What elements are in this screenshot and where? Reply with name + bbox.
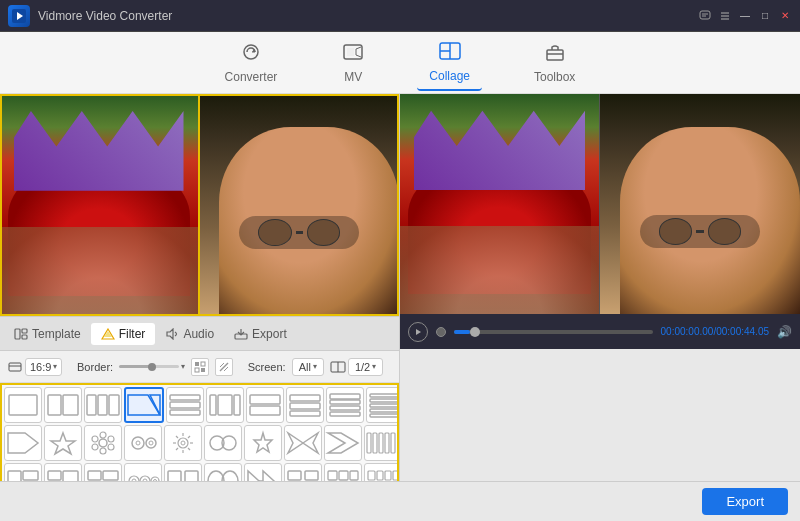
filter-grid-tr[interactable] [44,463,82,483]
border-diagonal-btn[interactable] [215,358,233,376]
svg-rect-131 [48,471,61,480]
svg-line-95 [176,436,178,438]
svg-marker-102 [288,433,303,453]
filter-single[interactable] [4,387,42,423]
filter-diagonal[interactable] [124,387,164,423]
svg-rect-42 [98,395,107,415]
filter-shape-grid [0,383,399,483]
filter-flower[interactable] [84,425,122,461]
toolbox-icon [543,42,567,67]
fraction-selector[interactable]: 1/2 ▾ [348,358,383,376]
app-title: Vidmore Video Converter [38,9,698,23]
border-pattern-btn[interactable] [191,358,209,376]
right-play-button[interactable] [408,322,428,342]
svg-rect-30 [201,362,205,366]
chat-icon[interactable] [698,9,712,23]
tab-audio-btn[interactable]: Audio [155,323,224,345]
filter-grid-4a[interactable] [284,463,322,483]
maximize-icon[interactable]: □ [758,9,772,23]
filter-h-three[interactable] [286,387,324,423]
svg-rect-54 [290,395,320,401]
menu-icon[interactable] [718,9,732,23]
screen-selector[interactable]: All ▾ [292,358,324,376]
ratio-selector[interactable]: 16:9 ▾ [25,358,62,376]
svg-point-89 [178,438,188,448]
filter-three-wide[interactable] [166,387,204,423]
filter-sq-two[interactable] [164,463,202,483]
svg-rect-41 [87,395,96,415]
filter-grid-tl[interactable] [4,463,42,483]
close-icon[interactable]: ✕ [778,9,792,23]
filter-grid-4c[interactable] [364,463,399,483]
svg-rect-105 [367,433,371,453]
filter-grid-4b[interactable] [324,463,362,483]
left-video-right-half [200,94,400,316]
svg-point-84 [108,444,114,450]
svg-rect-32 [201,368,205,372]
svg-rect-64 [370,409,399,412]
filter-h-four[interactable] [326,387,364,423]
svg-rect-63 [370,404,399,407]
svg-rect-17 [547,50,563,60]
tab-template-btn[interactable]: Template [4,323,91,345]
filter-row-2 [4,425,395,461]
svg-line-11 [356,47,361,49]
app-logo [8,5,30,27]
svg-rect-20 [22,329,27,333]
svg-rect-57 [330,394,360,399]
svg-rect-27 [9,363,21,371]
bottom-toolbar: Template Filter Audio [0,316,399,351]
right-progress-bar[interactable] [454,330,653,334]
export-button[interactable]: Export [702,488,788,515]
minimize-icon[interactable]: — [738,9,752,23]
right-video-preview [400,94,800,314]
svg-point-87 [146,438,156,448]
filter-star6[interactable] [244,425,282,461]
filter-h-two[interactable] [246,387,284,423]
filter-gear-burst[interactable] [164,425,202,461]
filter-arrow-left[interactable] [4,425,42,461]
filter-arrow-r[interactable] [324,425,362,461]
ratio-dropdown-arrow: ▾ [53,362,57,371]
filter-circles[interactable] [204,425,242,461]
filter-star[interactable] [44,425,82,461]
ratio-value: 16:9 [30,361,51,373]
filter-vertical-three[interactable] [206,387,244,423]
filter-arrows-double[interactable] [244,463,282,483]
svg-rect-53 [250,406,280,415]
tab-collage[interactable]: Collage [417,35,482,91]
filter-grid-bl[interactable] [84,463,122,483]
svg-rect-38 [9,395,37,415]
filter-gear-three[interactable] [124,463,162,483]
svg-marker-104 [328,433,358,453]
border-label: Border: [77,361,113,373]
filter-oval-two[interactable] [204,463,242,483]
svg-point-83 [92,444,98,450]
tab-filter-btn[interactable]: Filter [91,323,156,345]
tab-mv[interactable]: MV [329,36,377,90]
titlebar: Vidmore Video Converter — □ ✕ [0,0,800,32]
right-volume-icon[interactable]: 🔊 [777,325,792,339]
filter-x-split[interactable] [284,425,322,461]
right-time-display: 00:00:00.00/00:00:44.05 [661,326,769,337]
tab-toolbox[interactable]: Toolbox [522,36,587,90]
svg-rect-55 [290,403,320,409]
collage-icon [438,41,462,66]
filter-gear-two[interactable] [124,425,162,461]
filter-three-left[interactable] [84,387,122,423]
right-stop-button[interactable] [436,327,446,337]
border-slider[interactable] [119,365,179,368]
svg-point-79 [100,432,106,438]
filter-half-left[interactable] [44,387,82,423]
svg-line-35 [224,367,228,371]
svg-rect-62 [370,399,399,402]
svg-rect-162 [385,471,391,480]
svg-point-85 [132,437,144,449]
svg-point-88 [149,441,153,445]
filter-h-five[interactable] [366,387,399,423]
filter-v-five[interactable] [364,425,399,461]
svg-rect-59 [330,406,360,410]
tab-export-btn[interactable]: Export [224,323,297,345]
tab-converter[interactable]: Converter [213,36,290,90]
border-dropdown-arrow[interactable]: ▾ [181,362,185,371]
